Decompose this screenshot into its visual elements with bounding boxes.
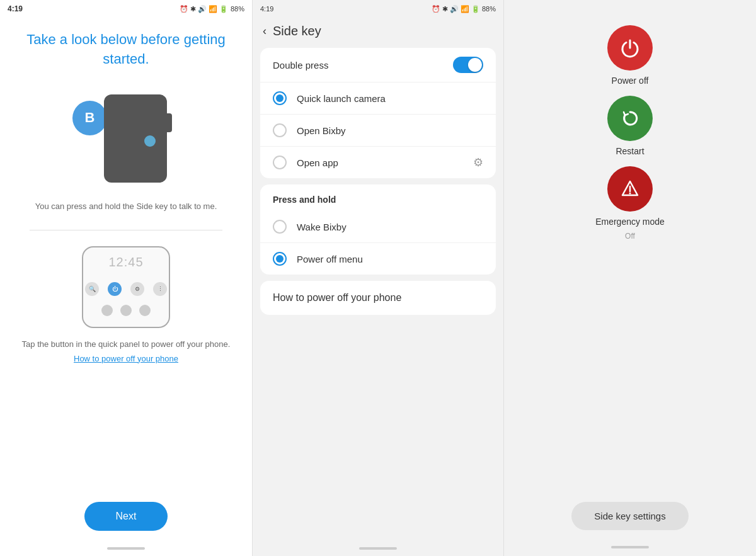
side-key-settings-area: Side key settings bbox=[504, 502, 756, 546]
power-off-radio-inner bbox=[276, 255, 284, 263]
power-options-area: Power off Restart Emergency mode bbox=[504, 0, 756, 502]
side-key-settings-button[interactable]: Side key settings bbox=[571, 502, 688, 530]
emergency-icon bbox=[619, 178, 641, 200]
quick-launch-label: Quick launch camera bbox=[297, 93, 483, 104]
next-button[interactable]: Next bbox=[84, 502, 168, 531]
onboarding-content: Take a look below before getting started… bbox=[0, 18, 252, 502]
bixby-illustration: B bbox=[63, 88, 189, 189]
time-panel2: 4:19 bbox=[260, 5, 273, 13]
open-app-radio[interactable] bbox=[273, 156, 287, 169]
bixby-dot bbox=[144, 135, 156, 147]
emergency-mode-label: Emergency mode bbox=[595, 217, 665, 227]
emergency-mode-item: Emergency mode Off bbox=[595, 166, 665, 241]
radio-inner-filled bbox=[276, 94, 284, 102]
home-bar-panel3 bbox=[611, 546, 649, 548]
open-app-row[interactable]: Open app ⚙ bbox=[260, 147, 496, 178]
restart-label: Restart bbox=[616, 146, 644, 156]
status-bar-panel1: 4:19 ⏰ ✱ 🔊 📶 🔋 88% bbox=[0, 0, 252, 18]
press-hold-card: Press and hold Wake Bixby Power off menu bbox=[260, 184, 496, 275]
wake-bixby-label: Wake Bixby bbox=[297, 222, 483, 232]
quick-panel-illustration: 12:45 🔍 ⏻ ⚙ ⋮ bbox=[82, 246, 170, 328]
search-qp-icon: 🔍 bbox=[85, 282, 99, 296]
power-off-menu-row[interactable]: Power off menu bbox=[260, 243, 496, 275]
double-press-label: Double press bbox=[273, 60, 328, 71]
phone-hand-graphic bbox=[104, 94, 167, 183]
wake-bixby-radio[interactable] bbox=[273, 220, 287, 234]
power-off-menu-label: Power off menu bbox=[297, 254, 483, 264]
status-icons-panel1: ⏰ ✱ 🔊 📶 🔋 bbox=[180, 5, 228, 13]
quick-dots bbox=[101, 305, 151, 316]
power-off-menu-radio[interactable] bbox=[273, 252, 287, 266]
panel-side-key: 4:19 ⏰ ✱ 🔊 📶 🔋 88% ‹ Side key Double pre… bbox=[252, 0, 504, 556]
double-press-card: Double press Quick launch camera Open Bi… bbox=[260, 48, 496, 178]
emergency-mode-button[interactable] bbox=[607, 166, 653, 212]
how-to-power-off-card[interactable]: How to power off your phone bbox=[260, 281, 496, 315]
home-bar-panel2 bbox=[359, 547, 397, 550]
power-off-item: Power off bbox=[607, 25, 653, 86]
phone-time: 12:45 bbox=[108, 255, 143, 269]
panel-power-menu: Power off Restart Emergency mode bbox=[504, 0, 756, 556]
gear-qp-icon: ⚙ bbox=[130, 282, 144, 296]
toggle-thumb bbox=[468, 58, 482, 72]
bixby-description: You can press and hold the Side key to t… bbox=[35, 201, 217, 211]
power-off-label: Power off bbox=[612, 76, 649, 86]
menu-qp-icon: ⋮ bbox=[153, 282, 167, 296]
double-press-toggle-row: Double press bbox=[260, 48, 496, 82]
power-qp-icon: ⏻ bbox=[108, 282, 122, 296]
home-bar-panel1 bbox=[107, 547, 145, 550]
panel-onboarding: 4:19 ⏰ ✱ 🔊 📶 🔋 88% Take a look below bef… bbox=[0, 0, 252, 556]
divider1 bbox=[30, 230, 222, 230]
quick-panel-desc: Tap the button in the quick panel to pow… bbox=[22, 339, 231, 349]
svg-point-2 bbox=[629, 193, 631, 195]
side-key-header: ‹ Side key bbox=[253, 18, 503, 48]
power-off-icon bbox=[619, 37, 641, 59]
open-app-label: Open app bbox=[297, 157, 463, 168]
open-bixby-radio[interactable] bbox=[273, 123, 287, 137]
dot2 bbox=[120, 305, 132, 316]
power-off-button[interactable] bbox=[607, 25, 653, 71]
page-title: Side key bbox=[273, 24, 321, 38]
bixby-icon: B bbox=[72, 101, 107, 135]
onboarding-title: Take a look below before getting started… bbox=[19, 30, 233, 69]
status-bar-panel2: 4:19 ⏰ ✱ 🔊 📶 🔋 88% bbox=[253, 0, 503, 18]
battery-panel1: ⏰ ✱ 🔊 📶 🔋 88% bbox=[180, 5, 244, 13]
double-press-toggle[interactable] bbox=[453, 57, 483, 73]
quick-icons: 🔍 ⏻ ⚙ ⋮ bbox=[85, 282, 167, 296]
wake-bixby-row[interactable]: Wake Bixby bbox=[260, 211, 496, 243]
dot1 bbox=[101, 305, 113, 316]
emergency-mode-sublabel: Off bbox=[625, 232, 635, 241]
open-bixby-label: Open Bixby bbox=[297, 125, 483, 136]
power-off-link[interactable]: How to power off your phone bbox=[74, 354, 178, 363]
battery-panel2: ⏰ ✱ 🔊 📶 🔋 88% bbox=[432, 5, 496, 13]
press-hold-section-label: Press and hold bbox=[260, 184, 496, 211]
panel1-footer: Next bbox=[0, 502, 252, 543]
open-bixby-row[interactable]: Open Bixby bbox=[260, 115, 496, 147]
time-panel1: 4:19 bbox=[8, 4, 23, 13]
restart-icon bbox=[619, 107, 641, 130]
dot3 bbox=[139, 305, 151, 316]
restart-button[interactable] bbox=[607, 96, 653, 141]
open-app-gear-icon[interactable]: ⚙ bbox=[473, 156, 483, 169]
quick-launch-camera-row[interactable]: Quick launch camera bbox=[260, 82, 496, 115]
quick-launch-radio[interactable] bbox=[273, 91, 287, 105]
back-button[interactable]: ‹ bbox=[263, 25, 266, 38]
how-to-text: How to power off your phone bbox=[273, 292, 401, 303]
restart-item: Restart bbox=[607, 96, 653, 156]
